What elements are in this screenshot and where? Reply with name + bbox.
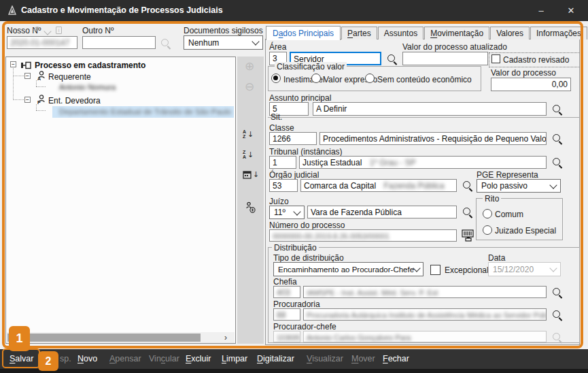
cadastro-revisado-checkbox[interactable]	[491, 54, 500, 63]
annotation-step-2: 2	[38, 351, 58, 371]
tribunal-code-field[interactable]: 1	[269, 156, 296, 169]
add-circle-icon[interactable]: ⊕	[245, 61, 254, 72]
procuradoria-value-field[interactable]: Procuradoria Autárquica Instituto de Ass…	[303, 308, 547, 321]
mover-button[interactable]: Mover	[351, 354, 375, 363]
sort-date-icon[interactable]: ↓	[243, 170, 259, 179]
close-icon: ✕	[568, 5, 575, 16]
search-icon[interactable]	[552, 157, 563, 168]
outro-no-field[interactable]	[82, 36, 156, 49]
excluir-button[interactable]: Excluir	[186, 354, 211, 363]
search-icon[interactable]	[160, 38, 171, 49]
procurador-chefe-code-field[interactable]: 103695	[273, 331, 300, 342]
sort-za-icon[interactable]: ZA↓	[243, 150, 254, 159]
novo-button[interactable]: Novo	[77, 354, 97, 363]
process-tree[interactable]: Processo em cadastramento A Requerente A…	[5, 56, 236, 344]
data-field[interactable]: 15/12/2020	[488, 262, 561, 276]
excepcional-checkbox[interactable]	[430, 265, 440, 275]
add-party-icon[interactable]	[244, 201, 256, 216]
collapse-icon[interactable]	[24, 73, 31, 79]
classe-value-field[interactable]: Procedimentos Administrativos - Requisiç…	[319, 132, 547, 145]
pge-representa-select[interactable]: Polo passivo	[477, 179, 561, 193]
digitalizar-button[interactable]: Digitalizar	[257, 354, 294, 363]
undo-icon[interactable]: ↶	[33, 25, 40, 35]
tribunal-label: Tribunal (instâncias)	[269, 147, 343, 157]
radio-sem-conteudo[interactable]	[365, 74, 375, 83]
horizontal-scrollbar[interactable]: ›	[7, 332, 235, 343]
classe-code-field[interactable]: 1266	[269, 132, 317, 145]
tab-valores[interactable]: Valores	[490, 27, 530, 39]
search-icon[interactable]	[552, 133, 563, 144]
search-icon[interactable]	[552, 310, 563, 321]
scroll-right-icon[interactable]: ›	[224, 333, 227, 342]
scrollbar-thumb[interactable]	[7, 334, 201, 342]
orgao-code-field[interactable]: 53	[269, 179, 298, 192]
radio-rito-juizado[interactable]	[483, 225, 492, 235]
procuradoria-code-field[interactable]: 88	[273, 308, 300, 321]
tab-partes[interactable]: Partes	[341, 27, 377, 39]
chevron-down-icon	[252, 37, 259, 45]
tribunal-value-field[interactable]: Justiça Estadual 1º Grau - SP	[299, 156, 547, 169]
juizo-numero-select[interactable]: 11º	[269, 206, 305, 219]
procurador-chefe-value-field[interactable]: Antonio Carlos Gonçalves Para	[303, 331, 547, 342]
tree-root-item[interactable]: Processo em cadastramento	[35, 61, 145, 70]
tree-item-ent-devedora[interactable]: Ent. Devedora	[48, 96, 101, 106]
salvar-button[interactable]: Salvar	[10, 354, 33, 363]
close-button[interactable]: ✕	[556, 0, 586, 21]
juizo-value-field[interactable]: Vara de Fazenda Pública	[307, 206, 457, 218]
collapse-icon[interactable]	[10, 61, 16, 67]
radio-valor-expresso[interactable]	[311, 74, 321, 83]
fechar-button[interactable]: Fechar	[383, 354, 409, 363]
chefia-code-field[interactable]: 403	[273, 286, 300, 298]
tab-movimentacao[interactable]: Movimentação	[424, 27, 489, 39]
nosso-no-field[interactable]: 2020.01-000147	[7, 36, 77, 49]
visualizar-button[interactable]: Visualizar	[307, 354, 343, 363]
tab-assuntos[interactable]: Assuntos	[378, 27, 423, 39]
collapse-icon[interactable]	[24, 97, 31, 103]
chevron-down-icon	[413, 264, 420, 272]
orgao-value: Comarca da Capital	[304, 181, 376, 191]
tree-item-requerente[interactable]: Requerente	[48, 72, 91, 82]
valor-processo-field[interactable]: 0,00	[491, 78, 571, 91]
orgao-value-field[interactable]: Comarca da Capital Fazenda Pública	[300, 179, 457, 192]
vincular-button[interactable]: Vincular	[149, 354, 179, 363]
search-icon[interactable]	[462, 207, 473, 218]
valor-processo-label: Valor do processo	[491, 68, 556, 78]
minimize-button[interactable]: –	[526, 0, 556, 21]
tab-informacoes[interactable]: Informações	[530, 27, 587, 39]
procuradoria-value: Procuradoria Autárquica Instituto de Ass…	[307, 311, 547, 319]
search-icon[interactable]	[462, 180, 473, 191]
sort-az-icon[interactable]: AZ↓	[243, 129, 254, 139]
barcode-icon[interactable]	[462, 229, 475, 245]
radio-rito-juizado-label: Juizado Especial	[495, 226, 556, 236]
search-icon[interactable]	[387, 54, 398, 65]
partially-hidden-button[interactable]: sp.	[60, 354, 71, 363]
search-icon[interactable]	[552, 332, 563, 343]
valor-atualizado-field[interactable]	[402, 52, 488, 65]
tree-item-ent-devedora-party[interactable]: Departamento Estadual de Trânsito de São…	[52, 106, 234, 118]
tab-dados-principais[interactable]: Dados Principais	[266, 26, 341, 40]
chevron-down-icon[interactable]	[44, 27, 51, 35]
orgao-value-redacted: Fazenda Pública	[383, 181, 444, 191]
tipo-distribuicao-select[interactable]: Encaminhamento ao Procurador-Chefe	[273, 262, 423, 276]
area-label: Área	[269, 42, 286, 52]
radio-inestimavel[interactable]	[271, 74, 281, 83]
assunto-value-field[interactable]: A Definir	[313, 102, 547, 116]
search-icon[interactable]	[552, 104, 563, 115]
numero-processo-field[interactable]: 0000000-00.2019.8.26.0053/00001	[269, 229, 457, 242]
documentos-sigilosos-select[interactable]: Nenhum	[184, 35, 263, 50]
search-icon[interactable]	[552, 287, 563, 298]
chefia-label: Chefia	[273, 277, 297, 287]
remove-circle-icon[interactable]: ⊖	[245, 81, 254, 93]
party-type-letter: P	[37, 100, 41, 105]
numero-processo-value: 0000000-00.2019.8.26.0053/00001	[273, 232, 390, 240]
limpar-button[interactable]: Limpar	[222, 354, 247, 363]
pge-representa-label: PGE Representa	[477, 170, 538, 180]
procuradoria-label: Procuradoria	[273, 299, 320, 309]
party-type-letter: A	[37, 76, 41, 81]
tree-item-requerente-party[interactable]: Antonio Nomura	[59, 83, 116, 91]
radio-rito-comum[interactable]	[483, 209, 492, 218]
chefia-value-field[interactable]: IAMSPE - Inst. Assist. Méd. Serv. P. Est	[303, 286, 547, 298]
process-node-icon	[20, 61, 31, 69]
apensar-button[interactable]: Apensar	[109, 354, 141, 363]
note-icon[interactable]: i	[56, 27, 62, 34]
